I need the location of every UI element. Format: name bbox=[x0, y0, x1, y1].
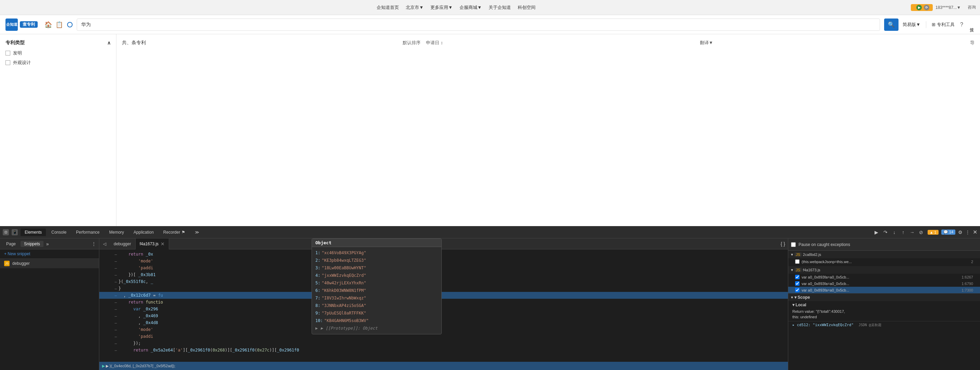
user-info: 183****87...▼ bbox=[935, 5, 961, 10]
home-icon[interactable]: 🏠 bbox=[45, 21, 52, 29]
devtools-inspect-icon[interactable]: ⊡ bbox=[3, 229, 9, 235]
nav-city[interactable]: 北京市▼ bbox=[406, 5, 423, 11]
call-stack-section: ▾ JS 2ca8bd2.js (this.webpackJsonp=this.… bbox=[788, 251, 980, 293]
header-right: 简易版▼ ⊞ 专利工具 ? 反馈 bbox=[903, 21, 975, 28]
tab-performance[interactable]: Performance bbox=[72, 228, 104, 236]
tab-console[interactable]: Console bbox=[47, 228, 70, 236]
editor-nav-icon[interactable]: ◁ bbox=[101, 240, 108, 248]
debugger-play-button[interactable]: ▶ bbox=[916, 5, 922, 10]
devtools-more-icon[interactable]: ⋮ bbox=[965, 230, 970, 235]
debug-step-btn[interactable]: → bbox=[908, 228, 916, 236]
sort-date[interactable]: 申请日 ↕ bbox=[426, 40, 443, 46]
search-button[interactable]: 🔍 bbox=[884, 19, 899, 31]
call-stack-icon: JS bbox=[794, 252, 802, 257]
debugger-step-button[interactable]: ⟳ bbox=[924, 5, 929, 10]
popup-entry-5: 5: "40w42rjLEXxYhxRn" bbox=[315, 279, 438, 287]
new-snippet-button[interactable]: + New snippet bbox=[0, 249, 99, 259]
call-checkbox-3[interactable] bbox=[795, 281, 800, 286]
nav-apps[interactable]: 更多应用▼ bbox=[430, 5, 453, 11]
code-line: – })[ _0x3b81 bbox=[99, 271, 788, 278]
logo-icon: 企知道 bbox=[5, 19, 18, 31]
easy-version-btn[interactable]: 简易版▼ bbox=[903, 22, 920, 28]
popup-entry-8: 8: "3JNNbxAP4zi5oSGA" bbox=[315, 302, 438, 309]
popup-entry-6: 6: "K6hkD03WNW8N1fPM" bbox=[315, 287, 438, 294]
site-header: 企知道 查专利 🏠 📋 🔍 简易版▼ ⊞ 专利工具 ? 反馈 bbox=[0, 15, 980, 34]
scope-title: ▾ Scope bbox=[794, 295, 810, 300]
debugger-badge[interactable]: ▶ ⟳ bbox=[911, 4, 933, 11]
call-stack-header[interactable]: ▾ JS 2ca8bd2.js bbox=[788, 251, 980, 258]
left-pane-menu[interactable]: ⋮ bbox=[91, 241, 96, 247]
sort-default[interactable]: 默认排序 bbox=[402, 40, 420, 46]
nav-links: 企知道首页 北京市▼ 更多应用▼ 企服商城▼ 关于企知道 科创空间 bbox=[4, 5, 908, 11]
call-checkbox-4[interactable] bbox=[795, 288, 800, 292]
nav-about[interactable]: 关于企知道 bbox=[488, 5, 511, 11]
nav-science[interactable]: 科创空间 bbox=[518, 5, 536, 11]
tab-snippets[interactable]: Snippets bbox=[21, 241, 43, 247]
invention-label: 发明 bbox=[13, 50, 22, 56]
editor-tab-close-icon[interactable]: ✕ bbox=[161, 241, 165, 247]
debug-step-over-btn[interactable]: ↷ bbox=[882, 228, 889, 236]
popup-entry-7: 7: "I8V3IwIhrwNbWxqz" bbox=[315, 294, 438, 302]
popup-entry-2: 2: "KE3pb84wxqLTZEG3" bbox=[315, 257, 438, 264]
tab-page[interactable]: Page bbox=[3, 241, 19, 247]
left-pane: Page Snippets » ⋮ + New snippet JS debug… bbox=[0, 238, 99, 370]
filter-invention: 发明 bbox=[5, 50, 111, 56]
pause-checkbox[interactable] bbox=[791, 242, 796, 247]
popup-entry-1: 1: "xc46VoB49X3PGYAg" bbox=[315, 249, 438, 257]
logo-badge[interactable]: 查专利 bbox=[20, 21, 38, 28]
code-line: – }); bbox=[99, 340, 788, 347]
debug-play-btn[interactable]: ▶ bbox=[873, 228, 880, 236]
call-item-2: var a0_0x893fa=a0_0x5cb... 1:6790 bbox=[788, 280, 980, 287]
code-area[interactable]: – return _0x – 'mode' – 'paddi – bbox=[99, 249, 788, 362]
feedback-btn[interactable]: 咨询 bbox=[968, 5, 976, 10]
editor-tab-file-label: f4a1673.js bbox=[140, 241, 159, 246]
logo: 企知道 查专利 bbox=[5, 19, 38, 31]
editor-tab-debugger[interactable]: debugger bbox=[110, 238, 135, 249]
devtools-close-icon[interactable]: ✕ bbox=[973, 229, 977, 235]
tab-recorder[interactable]: Recorder ⚑ bbox=[159, 228, 189, 236]
call-stack-filename: 2ca8bd2.js bbox=[803, 252, 821, 257]
help-icon[interactable]: ? bbox=[960, 22, 963, 28]
devtools-device-icon[interactable]: 📱 bbox=[12, 229, 18, 235]
call-entry-1: (this.webpackJsonp=this.we... bbox=[802, 260, 851, 264]
settings-icon[interactable]: ⚙ bbox=[958, 230, 963, 235]
editor-format-icon[interactable]: { } bbox=[778, 241, 788, 247]
nav-store[interactable]: 企服商城▼ bbox=[460, 5, 482, 11]
browser-bar: 企知道首页 北京市▼ 更多应用▼ 企服商城▼ 关于企知道 科创空间 ▶ ⟳ 18… bbox=[0, 0, 980, 15]
code-line: – 'mode' bbox=[99, 326, 788, 333]
tab-memory[interactable]: Memory bbox=[105, 228, 128, 236]
nav-home[interactable]: 企知道首页 bbox=[377, 5, 399, 11]
debug-step-into-btn[interactable]: ↓ bbox=[891, 228, 898, 236]
scope-header[interactable]: ▾ ▾ Scope bbox=[788, 293, 980, 301]
popup-entry-10: 10: "KB4GAHN6M5soB3WV" bbox=[315, 317, 438, 324]
tab-application[interactable]: Application bbox=[129, 228, 158, 236]
filter-collapse-icon[interactable]: ∧ bbox=[107, 40, 111, 46]
design-checkbox[interactable] bbox=[5, 60, 10, 65]
bookmark-icon[interactable]: 📋 bbox=[56, 21, 63, 29]
debug-deactivate-btn[interactable]: ⊘ bbox=[917, 228, 925, 236]
code-line: – 'paddi bbox=[99, 265, 788, 271]
left-pane-more[interactable]: » bbox=[46, 241, 49, 247]
code-line: – , _0x4d8 bbox=[99, 319, 788, 326]
snippet-debugger-item[interactable]: JS debugger bbox=[0, 259, 99, 268]
debug-step-out-btn[interactable]: ↑ bbox=[899, 228, 907, 236]
call-checkbox-2[interactable] bbox=[795, 275, 800, 279]
guide-btn[interactable]: 导 bbox=[970, 40, 975, 46]
tab-more[interactable]: ≫ bbox=[191, 228, 204, 236]
center-pane: ◁ debugger f4a1673.js ✕ { } – return _0x bbox=[99, 238, 788, 370]
patent-tool-btn[interactable]: ⊞ 专利工具 bbox=[932, 22, 955, 28]
tab-elements[interactable]: Elements bbox=[21, 228, 46, 236]
call-stack-f4-header[interactable]: ▾ JS f4a1673.js bbox=[788, 266, 980, 274]
debug-controls: ▶ ↷ ↓ ↑ → ⊘ bbox=[873, 228, 925, 236]
editor-tab-file[interactable]: f4a1673.js ✕ bbox=[135, 238, 169, 249]
search-input[interactable] bbox=[77, 19, 880, 31]
call-linenum-1: 2 bbox=[971, 260, 973, 264]
snippet-name: debugger bbox=[12, 261, 30, 266]
call-checkbox-1[interactable] bbox=[795, 259, 800, 264]
invention-checkbox[interactable] bbox=[5, 51, 10, 56]
call-item-webpack: (this.webpackJsonp=this.we... 2 bbox=[788, 258, 980, 265]
editor-tab-debugger-label: debugger bbox=[114, 241, 131, 246]
code-line: – return _0x bbox=[99, 251, 788, 258]
translate-btn[interactable]: 翻译▼ bbox=[700, 40, 713, 46]
cdn-label: JSDN @吴秋霜 bbox=[858, 323, 881, 327]
